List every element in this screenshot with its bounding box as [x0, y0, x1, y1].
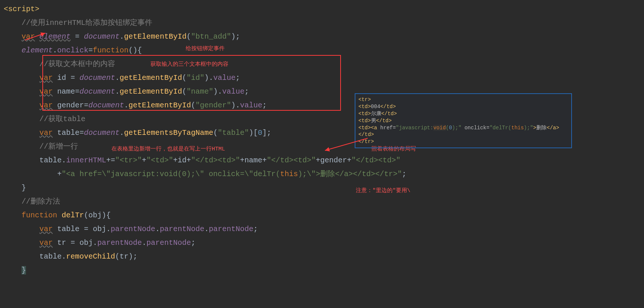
code-line: var table = obj.parentNode.parentNode.pa… [4, 222, 644, 236]
code-line: function delTr(obj){ [4, 208, 644, 222]
code-line: var tr = obj.parentNode.parentNode; [4, 236, 644, 250]
annotation-get-inputs: 获取输入的三个文本框中的内容 [150, 59, 228, 70]
code-line: var element = document.getElementById("b… [4, 30, 644, 43]
annotation-escape: 注意："里边的"要用\ [356, 186, 410, 196]
code-line: <script> [4, 2, 644, 16]
code-line: } [4, 181, 644, 195]
arrow-icon [23, 32, 49, 41]
code-line: table.innerHTML+="<tr>"+"<td>"+id+"</td>… [4, 153, 644, 167]
code-line: //删除方法 [4, 195, 644, 208]
code-line: //使用innerHTML给添加按钮绑定事件 [4, 16, 644, 30]
annotation-bind-event: 给按钮绑定事件 [186, 44, 225, 54]
code-line: } [4, 263, 644, 277]
svg-line-0 [325, 138, 368, 150]
arrow-icon [323, 137, 371, 152]
code-line: table.removeChild(tr); [4, 250, 644, 263]
code-line: +"<a href=\"javascript:void(0);\" onclic… [4, 167, 644, 181]
code-tooltip: <tr> <td>004</td> <td>尔康</td> <td>男</td>… [355, 93, 572, 148]
svg-line-1 [25, 33, 45, 40]
annotation-new-row: 在表格里边新增一行，也就是在写上一行HTML [111, 144, 225, 155]
